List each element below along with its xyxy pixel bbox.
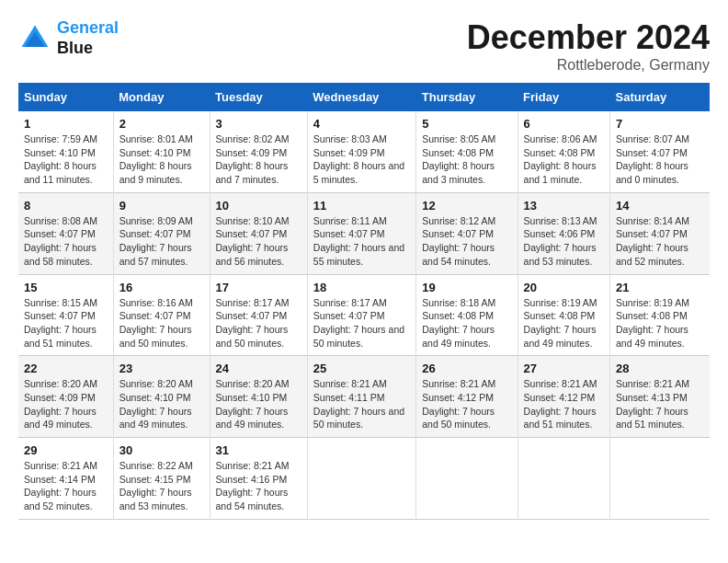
logo-icon bbox=[18, 22, 51, 55]
day-number: 26 bbox=[422, 362, 511, 375]
day-info: Sunrise: 8:21 AM Sunset: 4:13 PM Dayligh… bbox=[616, 377, 704, 431]
day-info: Sunrise: 8:20 AM Sunset: 4:10 PM Dayligh… bbox=[216, 377, 301, 431]
calendar-week-row: 8 Sunrise: 8:08 AM Sunset: 4:07 PM Dayli… bbox=[18, 192, 710, 274]
day-info: Sunrise: 8:17 AM Sunset: 4:07 PM Dayligh… bbox=[216, 296, 301, 350]
day-info: Sunrise: 8:08 AM Sunset: 4:07 PM Dayligh… bbox=[24, 214, 108, 269]
day-number: 13 bbox=[524, 199, 604, 213]
calendar-cell: 12 Sunrise: 8:12 AM Sunset: 4:07 PM Dayl… bbox=[416, 192, 518, 274]
calendar-week-row: 22 Sunrise: 8:20 AM Sunset: 4:09 PM Dayl… bbox=[18, 356, 710, 438]
calendar-cell: 6 Sunrise: 8:06 AM Sunset: 4:08 PM Dayli… bbox=[518, 111, 609, 192]
day-number: 9 bbox=[119, 199, 204, 213]
weekday-header-row: SundayMondayTuesdayWednesdayThursdayFrid… bbox=[18, 83, 710, 111]
day-info: Sunrise: 8:19 AM Sunset: 4:08 PM Dayligh… bbox=[616, 296, 704, 350]
calendar-cell: 1 Sunrise: 7:59 AM Sunset: 4:10 PM Dayli… bbox=[18, 111, 113, 192]
calendar-table: SundayMondayTuesdayWednesdayThursdayFrid… bbox=[18, 83, 710, 520]
calendar-week-row: 1 Sunrise: 7:59 AM Sunset: 4:10 PM Dayli… bbox=[18, 111, 710, 192]
day-info: Sunrise: 8:11 AM Sunset: 4:07 PM Dayligh… bbox=[313, 214, 410, 269]
day-number: 15 bbox=[24, 281, 108, 294]
calendar-cell: 31 Sunrise: 8:21 AM Sunset: 4:16 PM Dayl… bbox=[210, 438, 307, 520]
day-number: 16 bbox=[119, 281, 204, 294]
calendar-cell: 26 Sunrise: 8:21 AM Sunset: 4:12 PM Dayl… bbox=[416, 356, 518, 438]
calendar-cell: 20 Sunrise: 8:19 AM Sunset: 4:08 PM Dayl… bbox=[518, 274, 609, 356]
calendar-cell: 28 Sunrise: 8:21 AM Sunset: 4:13 PM Dayl… bbox=[610, 356, 710, 438]
day-number: 6 bbox=[524, 117, 604, 131]
day-info: Sunrise: 8:10 AM Sunset: 4:07 PM Dayligh… bbox=[216, 214, 301, 269]
calendar-cell: 18 Sunrise: 8:17 AM Sunset: 4:07 PM Dayl… bbox=[307, 274, 415, 356]
weekday-header: Saturday bbox=[610, 83, 710, 111]
day-info: Sunrise: 8:21 AM Sunset: 4:12 PM Dayligh… bbox=[422, 377, 511, 431]
calendar-cell: 29 Sunrise: 8:21 AM Sunset: 4:14 PM Dayl… bbox=[18, 438, 113, 520]
weekday-header: Monday bbox=[113, 83, 210, 111]
day-number: 10 bbox=[216, 199, 301, 213]
calendar-cell: 30 Sunrise: 8:22 AM Sunset: 4:15 PM Dayl… bbox=[113, 438, 210, 520]
day-number: 20 bbox=[524, 281, 604, 294]
day-info: Sunrise: 8:12 AM Sunset: 4:07 PM Dayligh… bbox=[422, 214, 511, 269]
day-number: 28 bbox=[616, 362, 704, 375]
calendar-cell: 3 Sunrise: 8:02 AM Sunset: 4:09 PM Dayli… bbox=[210, 111, 307, 192]
day-info: Sunrise: 8:01 AM Sunset: 4:10 PM Dayligh… bbox=[119, 132, 204, 187]
day-info: Sunrise: 8:13 AM Sunset: 4:06 PM Dayligh… bbox=[524, 214, 604, 269]
day-number: 17 bbox=[216, 281, 301, 294]
calendar-cell: 15 Sunrise: 8:15 AM Sunset: 4:07 PM Dayl… bbox=[18, 274, 113, 356]
day-number: 4 bbox=[313, 117, 410, 131]
day-info: Sunrise: 8:21 AM Sunset: 4:11 PM Dayligh… bbox=[313, 377, 410, 431]
calendar-cell: 10 Sunrise: 8:10 AM Sunset: 4:07 PM Dayl… bbox=[210, 192, 307, 274]
calendar-cell: 11 Sunrise: 8:11 AM Sunset: 4:07 PM Dayl… bbox=[307, 192, 415, 274]
weekday-header: Wednesday bbox=[307, 83, 415, 111]
month-title: December 2024 bbox=[467, 18, 710, 57]
day-info: Sunrise: 8:16 AM Sunset: 4:07 PM Dayligh… bbox=[119, 296, 204, 350]
day-info: Sunrise: 8:18 AM Sunset: 4:08 PM Dayligh… bbox=[422, 296, 511, 350]
day-number: 18 bbox=[313, 281, 410, 294]
day-number: 23 bbox=[119, 362, 204, 375]
day-number: 1 bbox=[24, 117, 108, 131]
calendar-week-row: 29 Sunrise: 8:21 AM Sunset: 4:14 PM Dayl… bbox=[18, 438, 710, 520]
calendar-cell bbox=[610, 438, 710, 520]
day-info: Sunrise: 7:59 AM Sunset: 4:10 PM Dayligh… bbox=[24, 132, 108, 187]
day-number: 19 bbox=[422, 281, 511, 294]
day-number: 29 bbox=[24, 443, 108, 457]
day-number: 12 bbox=[422, 199, 511, 213]
calendar-cell: 22 Sunrise: 8:20 AM Sunset: 4:09 PM Dayl… bbox=[18, 356, 113, 438]
day-info: Sunrise: 8:09 AM Sunset: 4:07 PM Dayligh… bbox=[119, 214, 204, 269]
calendar-cell: 8 Sunrise: 8:08 AM Sunset: 4:07 PM Dayli… bbox=[18, 192, 113, 274]
location-subtitle: Rottleberode, Germany bbox=[467, 57, 710, 74]
weekday-header: Thursday bbox=[416, 83, 518, 111]
day-info: Sunrise: 8:21 AM Sunset: 4:14 PM Dayligh… bbox=[24, 459, 108, 513]
day-number: 3 bbox=[216, 117, 301, 131]
day-number: 2 bbox=[119, 117, 204, 131]
calendar-cell: 14 Sunrise: 8:14 AM Sunset: 4:07 PM Dayl… bbox=[610, 192, 710, 274]
calendar-cell: 5 Sunrise: 8:05 AM Sunset: 4:08 PM Dayli… bbox=[416, 111, 518, 192]
calendar-week-row: 15 Sunrise: 8:15 AM Sunset: 4:07 PM Dayl… bbox=[18, 274, 710, 356]
weekday-header: Tuesday bbox=[210, 83, 307, 111]
calendar-cell bbox=[518, 438, 609, 520]
calendar-cell: 7 Sunrise: 8:07 AM Sunset: 4:07 PM Dayli… bbox=[610, 111, 710, 192]
day-number: 14 bbox=[616, 199, 704, 213]
day-info: Sunrise: 8:02 AM Sunset: 4:09 PM Dayligh… bbox=[216, 132, 301, 187]
day-info: Sunrise: 8:21 AM Sunset: 4:12 PM Dayligh… bbox=[524, 377, 604, 431]
day-number: 8 bbox=[24, 199, 108, 213]
calendar-cell: 27 Sunrise: 8:21 AM Sunset: 4:12 PM Dayl… bbox=[518, 356, 609, 438]
day-number: 11 bbox=[313, 199, 410, 213]
day-number: 22 bbox=[24, 362, 108, 375]
day-number: 5 bbox=[422, 117, 511, 131]
calendar-cell: 24 Sunrise: 8:20 AM Sunset: 4:10 PM Dayl… bbox=[210, 356, 307, 438]
calendar-cell: 16 Sunrise: 8:16 AM Sunset: 4:07 PM Dayl… bbox=[113, 274, 210, 356]
weekday-header: Sunday bbox=[18, 83, 113, 111]
day-info: Sunrise: 8:07 AM Sunset: 4:07 PM Dayligh… bbox=[616, 132, 704, 187]
calendar-cell bbox=[307, 438, 415, 520]
day-info: Sunrise: 8:17 AM Sunset: 4:07 PM Dayligh… bbox=[313, 296, 410, 350]
calendar-cell: 13 Sunrise: 8:13 AM Sunset: 4:06 PM Dayl… bbox=[518, 192, 609, 274]
calendar-cell: 25 Sunrise: 8:21 AM Sunset: 4:11 PM Dayl… bbox=[307, 356, 415, 438]
day-info: Sunrise: 8:03 AM Sunset: 4:09 PM Dayligh… bbox=[313, 132, 410, 187]
logo-text: General Blue bbox=[57, 18, 119, 58]
weekday-header: Friday bbox=[518, 83, 609, 111]
page-header: General Blue December 2024 Rottleberode,… bbox=[18, 18, 710, 74]
day-number: 21 bbox=[616, 281, 704, 294]
day-info: Sunrise: 8:21 AM Sunset: 4:16 PM Dayligh… bbox=[216, 459, 301, 513]
day-info: Sunrise: 8:22 AM Sunset: 4:15 PM Dayligh… bbox=[119, 459, 204, 513]
logo: General Blue bbox=[18, 18, 119, 58]
day-info: Sunrise: 8:14 AM Sunset: 4:07 PM Dayligh… bbox=[616, 214, 704, 269]
day-number: 24 bbox=[216, 362, 301, 375]
day-number: 7 bbox=[616, 117, 704, 131]
calendar-cell bbox=[416, 438, 518, 520]
